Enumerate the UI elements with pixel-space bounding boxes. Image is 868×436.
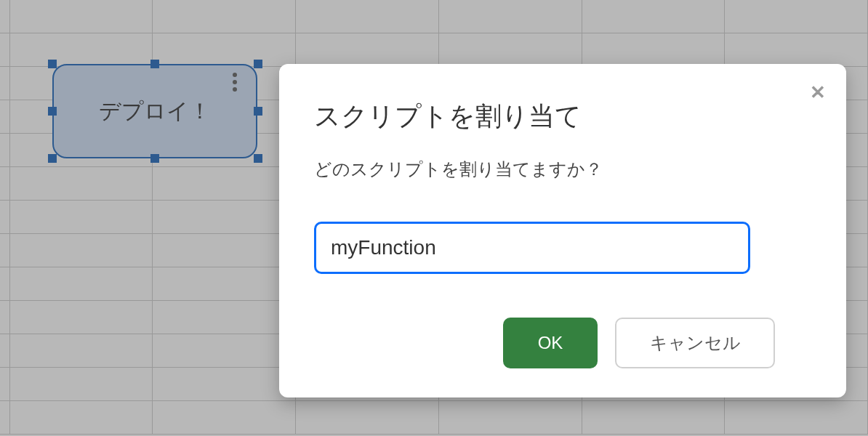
selection-handle[interactable] [48,154,57,163]
close-icon[interactable]: ✕ [810,81,826,104]
selection-handle[interactable] [254,107,262,116]
selection-handle[interactable] [150,60,159,68]
script-name-input[interactable] [314,222,750,274]
shape-context-menu-icon[interactable] [233,73,237,92]
deploy-button-shape[interactable]: デプロイ！ [52,64,257,158]
selection-handle[interactable] [48,60,57,68]
selection-handle[interactable] [150,154,159,163]
ok-button[interactable]: OK [503,318,598,368]
dialog-button-row: OK キャンセル [503,318,811,368]
selection-handle[interactable] [254,60,262,68]
assign-script-dialog: ✕ スクリプトを割り当て どのスクリプトを割り当てますか？ OK キャンセル [279,64,846,397]
selection-handle[interactable] [48,107,57,116]
deploy-button-label: デプロイ！ [99,97,211,126]
cancel-button[interactable]: キャンセル [615,318,775,368]
dialog-subtitle: どのスクリプトを割り当てますか？ [314,158,811,181]
dialog-title: スクリプトを割り当て [314,99,811,134]
selection-handle[interactable] [254,154,262,163]
